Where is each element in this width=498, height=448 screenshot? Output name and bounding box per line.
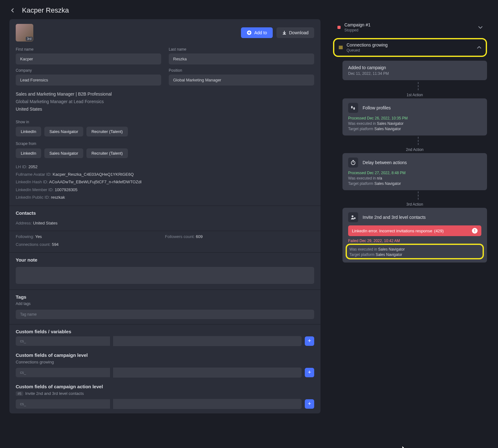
note-heading: Your note [9,252,320,264]
campaign-2-header[interactable]: Connections growing Queued [334,39,486,56]
footsteps-icon [348,103,358,113]
last-name-input[interactable]: Reszka [169,53,314,64]
action-number-badge: #5 [16,391,23,396]
page-header: Kacper Reszka [0,0,498,19]
contacts-heading: Contacts [9,206,320,218]
download-button[interactable]: Download [276,27,314,38]
scrape-linkedin[interactable]: LinkedIn [16,148,41,158]
scrape-from-label: Scrape from [16,141,314,146]
error-icon: ! [472,228,478,234]
cf-action-heading: Custom fields of campaign action level [9,382,320,391]
cfa-value-input[interactable] [113,399,302,409]
chevron-up-icon [477,46,481,49]
last-name-field: Last name Reszka [169,47,314,64]
show-in-label: Show in [16,120,314,124]
error-banner: LinkedIn error. Incorrect invitations re… [348,225,481,236]
position-field: Position Global Marketing Manager [169,68,314,86]
tags-heading: Tags [9,290,320,301]
svg-point-4 [352,215,353,217]
stopped-icon [337,26,341,29]
avatar: 3rd [16,24,33,41]
invite-icon [348,212,358,222]
action-1-label: 1st Action [342,91,487,98]
action-3-card: Invite 2nd and 3rd level contacts Linked… [342,208,487,263]
cf-prefix-input[interactable]: cs_ [16,336,110,346]
action-2-card: Delay between actions Processed Dec 27, … [342,153,487,190]
action-3-label: 3rd Action [342,201,487,208]
show-in-sales-navigator[interactable]: Sales Navigator [44,127,83,136]
cfc-prefix-input[interactable]: cs_ [16,368,110,377]
highlight-campaign: Connections growing Queued [333,38,487,57]
note-input[interactable] [16,267,314,284]
page-title: Kacper Reszka [22,6,69,14]
back-button[interactable] [9,7,16,14]
queued-icon [339,46,343,49]
cf-campaign-heading: Custom fields of campaign level [9,351,320,360]
add-to-button[interactable]: Add to [241,27,272,38]
connection-degree-badge: 3rd [26,37,33,41]
tag-name-input[interactable]: Tag name [16,310,314,319]
first-name-input[interactable]: Kacper [16,53,161,64]
position-input[interactable]: Global Marketing Manager [169,75,314,86]
cfc-value-input[interactable] [113,368,302,378]
show-in-linkedin[interactable]: LinkedIn [16,127,41,136]
cf-add-button[interactable]: + [305,336,314,346]
stopwatch-icon [348,158,358,168]
cf-value-input[interactable] [113,336,302,346]
svg-point-1 [351,106,353,108]
bio-block: Sales and Marketing Manager | B2B Profes… [9,86,320,117]
campaign-1-header[interactable]: Campaign #1 Stopped [333,19,487,36]
show-in-recruiter[interactable]: Recruiter (Talent) [86,127,128,136]
download-icon [282,30,287,35]
added-to-campaign-box: Added to campaign Dec 11, 2022, 11:34 PM [342,61,487,80]
first-name-field: First name Kacper [16,47,161,64]
ids-block: LH ID: 2052 Fullname Avatar ID: Kacper_R… [9,158,320,205]
scrape-recruiter[interactable]: Recruiter (Talent) [86,148,128,158]
scrape-sales-navigator[interactable]: Sales Navigator [44,148,83,158]
company-field: Company Lead Forensics [16,68,161,86]
highlight-execution-info: Was executed in Sales Navigator Target p… [346,244,484,259]
chevron-down-icon [478,26,483,29]
cfa-add-button[interactable]: + [305,399,314,409]
cfc-add-button[interactable]: + [305,368,314,377]
svg-point-2 [353,107,355,110]
custom-fields-heading: Custom fields / variables [9,324,320,336]
cfa-prefix-input[interactable]: cs_ [16,399,110,409]
action-2-label: 2nd Action [342,146,487,153]
plus-circle-icon [247,30,252,35]
company-input[interactable]: Lead Forensics [16,75,161,86]
action-1-card: Follow profiles Processed Dec 26, 2022, … [342,98,487,136]
